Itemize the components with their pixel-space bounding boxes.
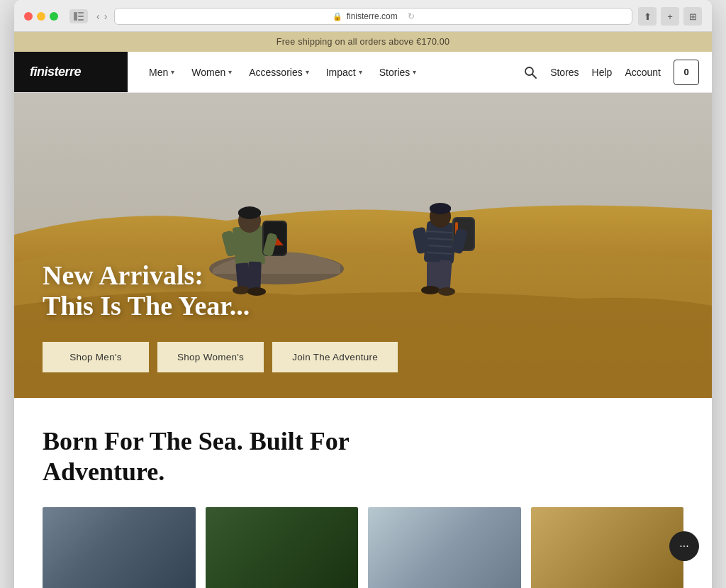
url-display: finisterre.com [347,11,398,21]
browser-chrome: ‹ › 🔒 finisterre.com ↻ ⬆ + ⊞ [14,0,712,32]
site-wrapper: Free shipping on all orders above €170.0… [14,32,712,588]
svg-rect-1 [78,12,84,13]
maximize-button[interactable] [50,12,58,21]
shop-womens-button[interactable]: Shop Women's [157,342,264,372]
svg-rect-30 [430,206,451,211]
chevron-down-icon: ▾ [306,68,309,76]
new-tab-button[interactable]: + [661,7,679,26]
svg-point-4 [525,67,533,75]
svg-rect-3 [78,19,84,21]
chevron-down-icon: ▾ [228,68,232,76]
join-adventure-button[interactable]: Join The Adventure [272,342,398,372]
nav-item-impact[interactable]: Impact ▾ [319,62,369,82]
forward-arrow[interactable]: › [103,11,109,22]
thumbnail-3[interactable] [368,507,521,588]
nav-arrows: ‹ › [95,11,108,22]
sidebar-toggle-button[interactable] [69,9,88,23]
minimize-button[interactable] [37,12,45,21]
nav-item-stories[interactable]: Stories ▾ [372,62,424,82]
browser-titlebar: ‹ › 🔒 finisterre.com ↻ ⬆ + ⊞ [24,7,702,26]
hero-buttons: Shop Men's Shop Women's Join The Adventu… [43,342,712,372]
address-bar[interactable]: 🔒 finisterre.com ↻ [114,8,632,25]
thumbnail-1[interactable] [43,507,196,588]
nav-links: Men ▾ Women ▾ Accessories ▾ Impact ▾ Sto… [128,62,523,82]
hero-content: New Arrivals: This Is The Year... Shop M… [14,260,712,398]
chevron-down-icon: ▾ [413,68,416,76]
browser-window: ‹ › 🔒 finisterre.com ↻ ⬆ + ⊞ F [14,0,712,588]
thumbnail-4[interactable] [531,507,684,588]
nav-item-women[interactable]: Women ▾ [184,62,239,82]
announcement-text: Free shipping on all orders above €170.0… [277,37,449,47]
announcement-bar: Free shipping on all orders above €170.0… [14,32,712,52]
shop-mens-button[interactable]: Shop Men's [43,342,149,372]
chat-icon: ··· [679,540,688,553]
site-nav: finisterre Men ▾ Women ▾ Accessories ▾ I… [14,52,712,93]
below-hero-headline: Born For The Sea. Built For Adventure. [43,426,683,487]
account-link[interactable]: Account [625,67,661,78]
hero-section: New Arrivals: This Is The Year... Shop M… [14,93,712,398]
cart-button[interactable]: 0 [674,60,699,85]
search-button[interactable] [523,65,537,79]
grid-button[interactable]: ⊞ [683,7,702,26]
svg-line-5 [532,74,536,78]
chevron-down-icon: ▾ [359,68,362,76]
security-icon: 🔒 [333,12,342,21]
thumbnails-row [43,507,683,588]
stores-link[interactable]: Stores [550,67,579,78]
hero-headline: New Arrivals: This Is The Year... [43,260,712,322]
below-hero-section: Born For The Sea. Built For Adventure. [14,398,712,588]
close-button[interactable] [24,12,33,21]
chevron-down-icon: ▾ [171,68,174,76]
traffic-lights [24,12,58,21]
thumbnail-2[interactable] [206,507,359,588]
svg-rect-13 [238,210,261,216]
nav-item-accessories[interactable]: Accessories ▾ [242,62,315,82]
nav-right: Stores Help Account 0 [523,60,712,85]
help-link[interactable]: Help [592,67,613,78]
browser-toolbar-right: ⬆ + ⊞ [638,7,702,26]
nav-item-men[interactable]: Men ▾ [142,62,182,82]
svg-rect-2 [78,16,84,17]
browser-controls: ‹ › [69,9,108,23]
share-button[interactable]: ⬆ [638,7,657,26]
reload-icon[interactable]: ↻ [408,11,415,21]
svg-rect-0 [74,12,77,21]
back-arrow[interactable]: ‹ [95,11,101,22]
site-logo[interactable]: finisterre [14,52,128,92]
chat-bubble-button[interactable]: ··· [669,531,699,561]
